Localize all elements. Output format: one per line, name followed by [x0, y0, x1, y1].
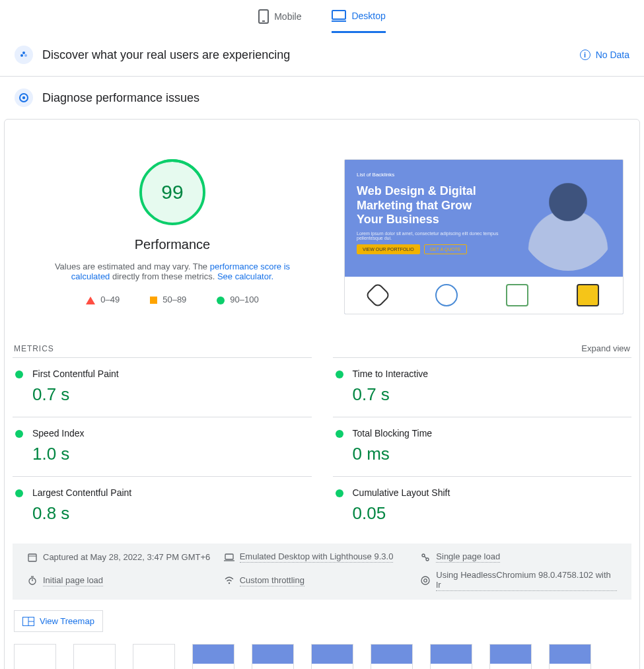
blurb-text-b: directly from these metrics. — [110, 271, 217, 281]
screenshot-preview: List of Backlinks Web Design & Digital M… — [344, 159, 624, 314]
calculator-link[interactable]: See calculator. — [217, 271, 273, 281]
metric-name: First Contentful Paint — [32, 369, 312, 379]
svg-point-5 — [24, 54, 27, 57]
field-data-title: Discover what your real users are experi… — [42, 48, 290, 62]
env-initial[interactable]: Initial page load — [27, 570, 224, 592]
svg-point-6 — [22, 52, 25, 54]
environment-block: Captured at May 28, 2022, 3:47 PM GMT+6 … — [13, 544, 631, 600]
trust-badge-4 — [577, 284, 599, 306]
lab-data-title: Diagnose performance issues — [42, 91, 199, 105]
tab-mobile-label: Mobile — [274, 11, 301, 22]
filmstrip-frame[interactable] — [252, 644, 294, 669]
filmstrip-frame[interactable] — [311, 644, 353, 669]
filmstrip-frame[interactable] — [549, 644, 591, 669]
trust-badge-3 — [506, 284, 528, 306]
wifi-icon — [224, 575, 234, 586]
status-dot-icon — [15, 430, 23, 438]
svg-point-13 — [422, 554, 425, 557]
preview-headline: Web Design & Digital Marketing that Grow… — [357, 184, 489, 227]
metrics-title: METRICS — [14, 344, 54, 353]
preview-cta2: GET A QUOTE — [424, 244, 467, 254]
performance-label: Performance — [20, 237, 324, 252]
filmstrip-frame[interactable] — [73, 644, 116, 669]
legend-mid-label: 50–89 — [162, 295, 186, 304]
svg-rect-11 — [225, 554, 233, 559]
link-icon — [420, 552, 431, 563]
performance-summary: 99 Performance Values are estimated and … — [20, 159, 324, 304]
expand-view-toggle[interactable]: Expand view — [581, 343, 630, 353]
legend-high-label: 90–100 — [230, 295, 258, 304]
status-dot-icon — [15, 370, 23, 378]
metric-name: Cumulative Layout Shift — [353, 487, 632, 498]
legend-high: 90–100 — [217, 295, 258, 304]
env-chrome-text: Using HeadlessChromium 98.0.4758.102 wit… — [436, 570, 617, 591]
metric-si: Speed Index 1.0 s — [13, 417, 312, 476]
metric-fcp: First Contentful Paint 0.7 s — [13, 357, 312, 417]
lighthouse-card: 99 Performance Values are estimated and … — [4, 119, 640, 669]
filmstrip-frame[interactable] — [430, 644, 472, 669]
filmstrip-frame[interactable] — [371, 644, 413, 669]
desktop-icon — [332, 10, 346, 22]
metric-name: Total Blocking Time — [353, 428, 632, 439]
triangle-icon — [86, 297, 95, 304]
preview-cta1: VIEW OUR PORTFOLIO — [357, 244, 420, 254]
blurb-text-a: Values are estimated and may vary. The — [55, 262, 210, 271]
env-throttle[interactable]: Custom throttling — [224, 570, 421, 592]
performance-gauge: 99 — [139, 159, 205, 225]
env-emulated[interactable]: Emulated Desktop with Lighthouse 9.3.0 — [224, 551, 421, 563]
svg-point-4 — [20, 54, 23, 57]
tab-desktop[interactable]: Desktop — [332, 9, 385, 33]
svg-rect-9 — [28, 554, 36, 561]
lab-data-section: Diagnose performance issues — [0, 77, 644, 119]
calendar-icon — [27, 552, 38, 563]
trust-badge-2 — [435, 284, 458, 306]
device-tabs: Mobile Desktop — [0, 0, 644, 34]
filmstrip-frame[interactable] — [489, 644, 532, 669]
status-dot-icon — [336, 370, 343, 378]
metric-lcp: Largest Contentful Paint 0.8 s — [13, 476, 312, 536]
metric-name: Time to Interactive — [353, 369, 632, 379]
chrome-icon — [420, 575, 431, 586]
filmstrip-frame[interactable] — [192, 644, 234, 669]
view-treemap-button[interactable]: View Treemap — [14, 610, 103, 632]
stopwatch-icon — [27, 575, 38, 586]
svg-point-14 — [426, 558, 429, 561]
legend-low-label: 0–49 — [100, 295, 120, 304]
laptop-icon — [224, 552, 234, 563]
no-data-link[interactable]: i No Data — [580, 50, 629, 60]
preview-sub: Lorem ipsum dolor sit amet, consectetur … — [357, 231, 509, 240]
legend-mid: 50–89 — [150, 295, 186, 304]
metric-value: 0.8 s — [32, 503, 312, 524]
score-legend: 0–49 50–89 90–100 — [20, 295, 324, 304]
metric-cls: Cumulative Layout Shift 0.05 — [333, 476, 632, 536]
env-chrome[interactable]: Using HeadlessChromium 98.0.4758.102 wit… — [420, 570, 617, 592]
svg-point-8 — [22, 96, 25, 99]
env-captured: Captured at May 28, 2022, 3:47 PM GMT+6 — [27, 551, 224, 563]
metric-value: 1.0 s — [32, 444, 312, 464]
no-data-label: No Data — [596, 50, 629, 60]
svg-line-15 — [425, 556, 427, 558]
svg-point-20 — [421, 577, 429, 584]
view-treemap-label: View Treemap — [40, 616, 94, 626]
info-icon: i — [580, 50, 590, 60]
env-spa[interactable]: Single page load — [420, 551, 617, 563]
preview-person — [519, 165, 618, 271]
filmstrip-frame[interactable] — [14, 644, 56, 669]
circle-icon — [217, 297, 225, 304]
env-initial-text: Initial page load — [43, 575, 103, 586]
metric-name: Speed Index — [32, 428, 312, 439]
filmstrip — [14, 644, 631, 669]
metric-value: 0 ms — [353, 444, 632, 464]
tab-mobile[interactable]: Mobile — [258, 9, 301, 33]
env-spa-text: Single page load — [436, 551, 500, 563]
metric-value: 0.05 — [353, 503, 632, 524]
gauge-mini-icon — [15, 88, 33, 107]
square-icon — [150, 297, 157, 304]
people-icon — [15, 46, 33, 64]
env-captured-text: Captured at May 28, 2022, 3:47 PM GMT+6 — [43, 552, 210, 562]
metric-tbt: Total Blocking Time 0 ms — [333, 417, 632, 476]
metric-tti: Time to Interactive 0.7 s — [333, 357, 632, 417]
performance-score: 99 — [161, 181, 183, 203]
filmstrip-frame[interactable] — [133, 644, 175, 669]
svg-point-21 — [424, 579, 427, 582]
